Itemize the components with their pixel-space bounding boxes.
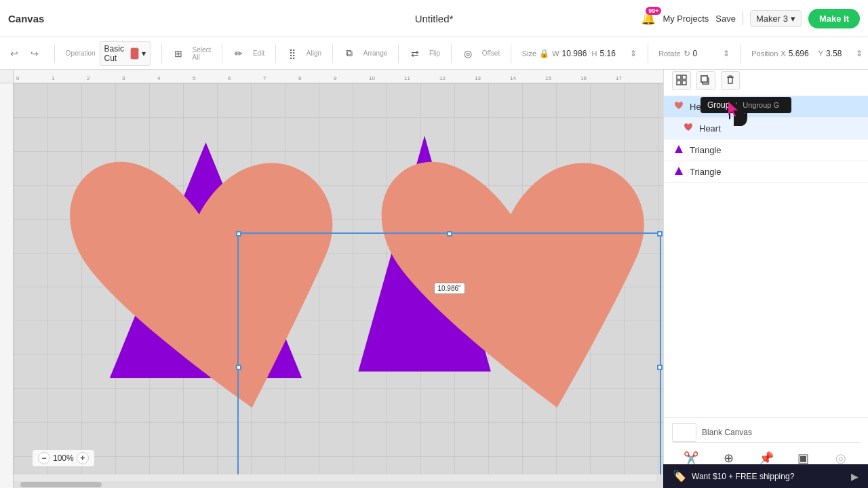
edit-button[interactable]: ✏	[233, 44, 245, 63]
edit-icon: ✏	[235, 48, 243, 59]
y-label: Y	[818, 49, 823, 58]
ruler-tick-2: 2	[87, 75, 90, 81]
canvas-color-swatch[interactable]	[672, 423, 696, 442]
svg-rect-7	[728, 77, 732, 83]
y-value[interactable]: 3.58	[826, 49, 853, 58]
promo-banner: 🏷️ Want $10 + FREE shipping? ▶	[663, 464, 868, 488]
undo-button[interactable]: ↩	[5, 45, 23, 62]
notification-badge: 99+	[646, 7, 661, 15]
flip-button[interactable]: ⇄	[410, 44, 421, 63]
flip-icon: ⇄	[411, 48, 419, 59]
height-label: H	[592, 49, 597, 58]
zoom-controls: − 100% +	[33, 450, 94, 466]
layer-item-heart[interactable]: Heart	[664, 118, 868, 140]
redo-button[interactable]: ↪	[26, 45, 43, 62]
attach-icon: 📌	[759, 451, 774, 466]
separator	[332, 44, 333, 63]
x-value[interactable]: 5.696	[789, 49, 816, 58]
slice-icon: ✂️	[684, 451, 698, 466]
separator	[222, 44, 222, 63]
promo-close-button[interactable]: ▶	[851, 471, 859, 482]
separator	[398, 44, 399, 63]
x-label: X	[781, 49, 785, 58]
tooltip-group-label: Group	[707, 100, 730, 110]
delete-button[interactable]	[721, 71, 740, 90]
align-button[interactable]: ⣿	[287, 44, 298, 63]
separator	[648, 44, 648, 63]
layer-triangle-2-name: Triangle	[690, 167, 721, 177]
app-name: Canvas	[8, 13, 44, 24]
separator	[741, 44, 741, 63]
arrange-icon: ⧉	[346, 47, 353, 59]
ruler-tick-14: 14	[510, 75, 516, 81]
zoom-in-button[interactable]: +	[77, 452, 89, 464]
group-layer-icon	[673, 100, 684, 113]
svg-marker-10	[675, 145, 683, 153]
svg-rect-1	[682, 75, 686, 79]
svg-rect-0	[677, 75, 681, 79]
arrange-button[interactable]: ⧉	[344, 44, 355, 63]
layer-item-triangle-2[interactable]: Triangle	[664, 161, 868, 183]
operation-selector[interactable]: Basic Cut ▾	[100, 41, 151, 66]
triangle-layer-icon-1	[673, 144, 684, 157]
edit-label: Edit	[253, 49, 264, 57]
heart-layer-icon	[683, 122, 694, 135]
ruler-tick-6: 6	[228, 75, 231, 81]
notifications-button[interactable]: 🔔 99+	[641, 11, 656, 26]
ruler-tick-11: 11	[404, 75, 410, 81]
width-label: W	[552, 49, 559, 58]
svg-rect-9	[729, 76, 732, 77]
canvas-info: Blank Canvas	[672, 423, 860, 442]
offset-button[interactable]: ◎	[462, 44, 474, 63]
layers-list: Heart Heart Triangle	[664, 96, 868, 417]
group-icon	[676, 75, 687, 87]
ruler-tick-10: 10	[369, 75, 375, 81]
ruler-tick-13: 13	[475, 75, 481, 81]
ruler-top: 01234567891011121314151617	[14, 70, 663, 83]
maker-selector[interactable]: Maker 3 ▾	[750, 10, 802, 27]
ruler-tick-0: 0	[16, 75, 19, 81]
save-button[interactable]: Save	[715, 14, 736, 24]
size-stepper[interactable]: ⇕	[630, 49, 637, 58]
svg-rect-3	[682, 81, 686, 85]
promo-text[interactable]: Want $10 + FREE shipping?	[692, 472, 846, 481]
my-projects-button[interactable]: My Projects	[663, 14, 709, 24]
rotate-stepper[interactable]: ⇕	[723, 49, 730, 58]
separator	[511, 44, 511, 63]
lock-icon[interactable]: 🔒	[539, 49, 549, 58]
ruler-tick-3: 3	[122, 75, 125, 81]
horizontal-scrollbar[interactable]	[14, 481, 656, 488]
rotate-input-group: Rotate ↻ 0 ⇕	[658, 49, 729, 58]
height-value[interactable]: 5.16	[600, 49, 627, 58]
scrollbar-thumb-horizontal[interactable]	[20, 482, 102, 487]
layer-actions	[664, 66, 868, 96]
canvas-workspace[interactable]: 10.986" 5.16" − 100% +	[14, 83, 663, 474]
ruler-tick-7: 7	[263, 75, 266, 81]
make-it-button[interactable]: Make It	[808, 9, 860, 28]
canvas-area: 01234567891011121314151617	[0, 70, 663, 488]
align-label: Align	[307, 49, 321, 57]
header-actions: 🔔 99+ My Projects Save Maker 3 ▾ Make It	[641, 9, 860, 28]
layer-heart-name: Heart	[699, 123, 721, 134]
group-tooltip: Group | Ungroup G	[701, 97, 791, 113]
rotate-value[interactable]: 0	[693, 49, 720, 58]
flip-label: Flip	[429, 49, 440, 57]
operation-group: Operation Basic Cut ▾	[66, 41, 151, 66]
tooltip-ungroup-label: Ungroup G	[743, 101, 779, 109]
group-button[interactable]	[672, 71, 691, 90]
ruler-tick-16: 16	[580, 75, 587, 81]
flatten-icon: ▣	[797, 451, 809, 466]
svg-rect-6	[701, 76, 707, 82]
duplicate-button[interactable]	[696, 71, 715, 90]
zoom-out-button[interactable]: −	[38, 452, 50, 464]
layer-item-triangle-1[interactable]: Triangle	[664, 140, 868, 161]
svg-marker-11	[675, 167, 683, 175]
select-all-button[interactable]: ⊞	[172, 44, 184, 63]
separator	[161, 44, 162, 63]
ruler-tick-9: 9	[334, 75, 336, 81]
width-value[interactable]: 10.986	[562, 49, 589, 58]
offset-label: Offset	[482, 49, 500, 57]
chevron-down-icon: ▾	[791, 14, 795, 24]
position-stepper[interactable]: ⇕	[856, 49, 863, 58]
ruler-left	[0, 83, 14, 488]
